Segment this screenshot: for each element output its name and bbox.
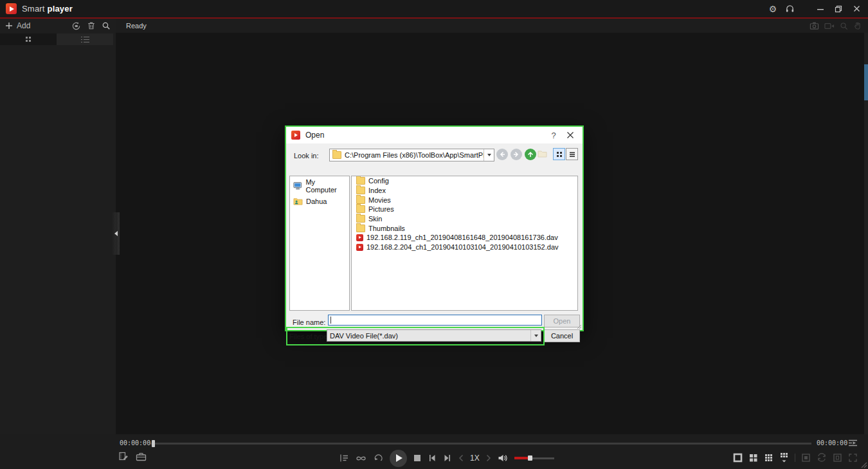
search-device-button[interactable] xyxy=(102,21,111,30)
place-my-computer[interactable]: My Computer xyxy=(290,176,349,195)
file-row[interactable]: Config xyxy=(352,176,577,186)
speed-down-button[interactable] xyxy=(458,454,464,462)
dav-file-icon xyxy=(356,234,363,241)
drag-button[interactable] xyxy=(853,21,862,30)
forward-button[interactable] xyxy=(511,149,522,160)
cancel-button[interactable]: Cancel xyxy=(544,329,580,342)
stop-button[interactable] xyxy=(413,454,421,462)
speed-up-button[interactable] xyxy=(486,454,491,462)
file-row[interactable]: 192.168.2.204_ch1_20190410103104_2019041… xyxy=(352,243,577,252)
timeline-options-icon xyxy=(847,438,858,448)
list-view-mode-button[interactable] xyxy=(553,148,565,160)
look-in-label: Look in: xyxy=(294,152,319,160)
file-row[interactable]: Movies xyxy=(352,195,577,205)
file-row[interactable]: Skin xyxy=(352,214,577,224)
digital-zoom-button[interactable] xyxy=(840,22,848,30)
play-icon xyxy=(396,454,402,462)
file-row[interactable]: 192.168.2.119_ch1_20190408161648_2019040… xyxy=(352,233,577,243)
player-control-bar: 00:00:00 00:00:00 xyxy=(0,434,868,469)
stop-icon xyxy=(413,454,421,462)
loop-playback-button[interactable] xyxy=(356,454,366,463)
tab-device-list[interactable] xyxy=(57,33,113,45)
fullscreen-icon xyxy=(848,453,858,463)
timeline-handle[interactable] xyxy=(152,440,155,447)
dialog-resize-grip[interactable] xyxy=(576,324,582,329)
trash-icon xyxy=(87,21,96,30)
volume-handle[interactable] xyxy=(528,455,532,461)
new-folder-button[interactable] xyxy=(538,149,547,159)
split-4-button[interactable] xyxy=(748,453,758,463)
sidebar-collapse-handle[interactable] xyxy=(112,212,120,255)
add-device-button[interactable]: Add xyxy=(5,21,30,30)
close-button[interactable] xyxy=(850,3,863,15)
playlist-button[interactable] xyxy=(339,453,349,463)
file-name-input[interactable] xyxy=(328,315,542,326)
prev-frame-button[interactable] xyxy=(428,454,437,463)
window-resize-grip[interactable] xyxy=(860,461,867,468)
tour-button[interactable] xyxy=(817,453,827,462)
split-9-button[interactable] xyxy=(764,453,773,463)
record-button[interactable] xyxy=(824,22,835,30)
files-of-type-combobox[interactable]: DAV Video File(*.dav) xyxy=(327,329,541,342)
place-label: Dahua xyxy=(306,198,327,205)
open-button[interactable]: Open xyxy=(544,315,580,327)
split-9-icon xyxy=(764,453,773,463)
look-in-path: C:\Program Files (x86)\ToolBox\App\Smart… xyxy=(345,151,484,159)
new-folder-icon xyxy=(538,149,547,158)
next-frame-icon xyxy=(443,454,452,463)
detail-view-mode-button[interactable] xyxy=(566,148,578,160)
refresh-devices-button[interactable] xyxy=(71,21,81,31)
look-in-combobox[interactable]: C:\Program Files (x86)\ToolBox\App\Smart… xyxy=(329,149,494,161)
split-custom-button[interactable] xyxy=(779,452,789,463)
total-time: 00:00:00 xyxy=(817,439,847,446)
look-in-dropdown-button[interactable] xyxy=(484,149,494,161)
replay-button[interactable] xyxy=(373,453,383,463)
file-row[interactable]: Thumbnails xyxy=(352,223,577,233)
folder-icon xyxy=(356,177,365,185)
volume-slider[interactable] xyxy=(514,455,554,461)
split-custom-icon xyxy=(779,452,789,463)
headset-icon xyxy=(785,4,795,14)
settings-button[interactable]: ⚙ xyxy=(766,3,779,15)
files-of-type-dropdown-button[interactable] xyxy=(530,330,541,341)
file-list: Config Index Movies Pictures Skin Thumbn… xyxy=(351,176,578,311)
user-folder-icon xyxy=(293,197,303,205)
delete-device-button[interactable] xyxy=(87,21,96,30)
folder-icon xyxy=(356,187,365,194)
right-scrollbar[interactable] xyxy=(864,33,868,434)
status-text: Ready xyxy=(126,22,147,30)
back-button[interactable] xyxy=(496,149,508,160)
open-file-dialog: Open ? Look in: C:\Program Files (x86)\T… xyxy=(285,125,584,331)
close-icon xyxy=(853,5,860,12)
play-button[interactable] xyxy=(390,450,407,467)
timeline-options-button[interactable] xyxy=(847,438,858,448)
snapshot-button[interactable] xyxy=(809,21,819,30)
restore-button[interactable] xyxy=(832,3,845,15)
support-button[interactable] xyxy=(783,3,796,15)
clip-export-button[interactable] xyxy=(118,451,129,461)
minimize-button[interactable] xyxy=(814,3,827,15)
decode-mode-button[interactable] xyxy=(801,453,811,463)
toolbox-button[interactable] xyxy=(136,452,147,461)
timeline-slider[interactable] xyxy=(150,443,811,445)
add-label: Add xyxy=(17,21,30,30)
current-folder-icon xyxy=(332,151,341,159)
file-row[interactable]: Pictures xyxy=(352,205,577,214)
split-4-icon xyxy=(748,453,758,463)
file-row[interactable]: Index xyxy=(352,186,577,196)
smart-player-window: Smart player ⚙ xyxy=(0,0,868,469)
original-scale-button[interactable] xyxy=(833,453,842,463)
fullscreen-button[interactable] xyxy=(848,453,858,463)
dialog-help-button[interactable]: ? xyxy=(547,131,561,140)
playlist-icon xyxy=(339,453,349,463)
mute-button[interactable] xyxy=(498,454,508,463)
up-one-level-button[interactable] xyxy=(525,149,536,160)
tab-device-grid[interactable] xyxy=(0,33,57,45)
next-frame-button[interactable] xyxy=(443,454,452,463)
split-1-button[interactable] xyxy=(733,453,743,463)
dialog-title: Open xyxy=(305,131,324,140)
scrollbar-thumb[interactable] xyxy=(864,64,868,100)
place-dahua[interactable]: Dahua xyxy=(290,195,349,207)
dialog-close-icon xyxy=(566,131,574,139)
dialog-close-button[interactable] xyxy=(561,131,580,139)
